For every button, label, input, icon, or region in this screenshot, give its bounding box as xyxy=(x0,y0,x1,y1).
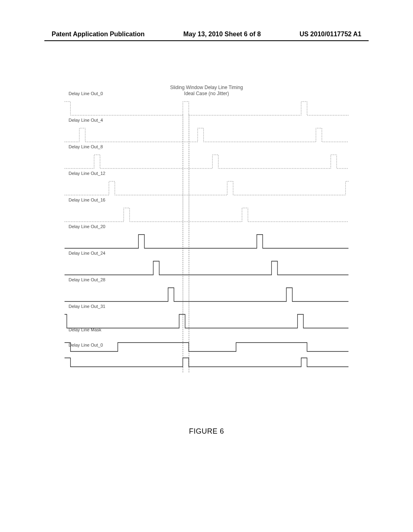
wave-svg xyxy=(65,178,348,199)
wave-svg xyxy=(65,125,348,146)
wave-row: Delay Line Out_31 xyxy=(65,311,348,332)
wave-svg xyxy=(65,205,348,226)
wave-label: Delay Line Out_28 xyxy=(69,277,105,282)
page-header: Patent Application Publication May 13, 2… xyxy=(0,31,413,38)
wave-svg xyxy=(65,285,348,305)
wave-svg xyxy=(65,258,348,279)
wave-path xyxy=(65,155,348,168)
wave-label: Delay Line Out_31 xyxy=(69,304,105,309)
wave-path xyxy=(65,235,348,248)
wave-row: Delay Line Out_16 xyxy=(65,205,348,226)
wave-svg xyxy=(65,98,348,119)
wave-svg xyxy=(65,152,348,172)
timing-diagram: Delay Line Out_0Delay Line Out_4Delay Li… xyxy=(65,98,348,397)
wave-svg xyxy=(65,231,348,252)
figure-title-line1: Sliding Window Delay Line Timing xyxy=(170,85,243,90)
wave-path xyxy=(65,181,348,195)
figure-title: Sliding Window Delay Line Timing Ideal C… xyxy=(65,85,348,97)
wave-path xyxy=(65,314,348,328)
wave-label: Delay Line Out_16 xyxy=(69,197,105,202)
header-center: May 13, 2010 Sheet 6 of 8 xyxy=(184,31,261,38)
wave-path xyxy=(65,261,348,275)
wave-label: Delay Line Out_12 xyxy=(69,171,105,176)
wave-path xyxy=(65,208,348,222)
header-rule xyxy=(44,40,369,41)
wave-row: Delay Line Out_0 xyxy=(65,98,348,119)
figure-caption: FIGURE 6 xyxy=(0,427,413,436)
wave-label: Delay Line Out_8 xyxy=(69,144,103,149)
wave-row: Delay Line Out_12 xyxy=(65,178,348,199)
wave-label: Delay Line Mask xyxy=(69,327,101,332)
wave-label: Delay Line Out_0 xyxy=(69,343,103,347)
wave-path xyxy=(65,288,348,301)
wave-row: Delay Line Out_28 xyxy=(65,285,348,305)
wave-svg xyxy=(65,350,348,371)
wave-path xyxy=(65,128,348,142)
wave-row: Delay Line Out_8 xyxy=(65,152,348,172)
wave-row: Delay Line Out_4 xyxy=(65,125,348,146)
wave-row: Delay Line Out_24 xyxy=(65,258,348,279)
wave-path xyxy=(65,102,348,115)
wave-label: Delay Line Out_0 xyxy=(69,91,103,96)
wave-label: Delay Line Out_4 xyxy=(69,118,103,123)
header-right: US 2010/0117752 A1 xyxy=(300,31,361,38)
wave-row: Delay Line Out_0 xyxy=(65,350,348,371)
wave-path xyxy=(65,358,348,367)
wave-row: Delay Line Out_20 xyxy=(65,231,348,252)
wave-svg xyxy=(65,311,348,332)
figure-6: Sliding Window Delay Line Timing Ideal C… xyxy=(65,85,348,397)
figure-title-line2: Ideal Case (no Jitter) xyxy=(184,91,229,96)
wave-label: Delay Line Out_24 xyxy=(69,251,105,256)
header-left: Patent Application Publication xyxy=(52,31,145,38)
wave-label: Delay Line Out_20 xyxy=(69,224,105,229)
